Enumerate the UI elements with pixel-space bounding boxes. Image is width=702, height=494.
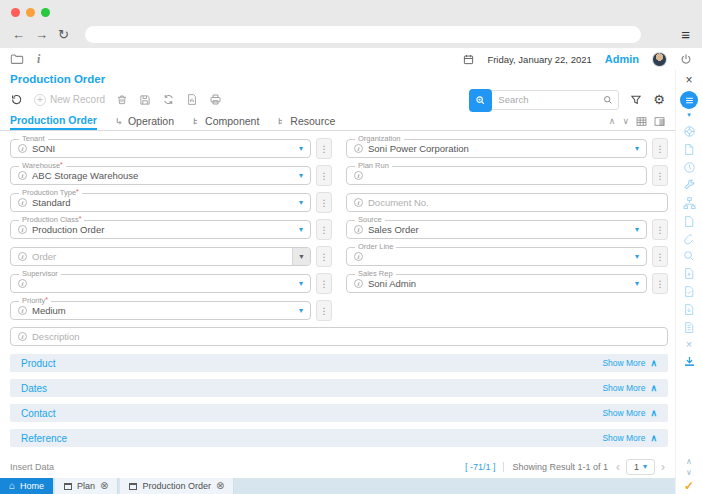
chevron-down-icon[interactable]: ▾ (299, 145, 303, 153)
filter-icon[interactable] (630, 94, 642, 106)
order-line-field[interactable]: Order Line i ▾ (346, 247, 647, 266)
sales-rep-field[interactable]: Sales Rep i Soni Admin ▾ (346, 274, 647, 293)
document-icon[interactable] (683, 143, 695, 156)
search-input[interactable] (498, 94, 603, 105)
new-record-button[interactable]: + New Record (34, 94, 105, 106)
chevron-down-icon[interactable]: ▾ (299, 226, 303, 234)
supervisor-field[interactable]: Supervisor i ▾ (10, 274, 311, 293)
chevron-down-icon[interactable]: ▾ (635, 253, 639, 261)
avatar[interactable] (652, 52, 667, 67)
toolbar-menu-button[interactable] (680, 91, 698, 109)
order-dropdown-button[interactable]: ▼ (292, 248, 310, 265)
sales-rep-more-button[interactable]: ⋮ (652, 273, 668, 294)
browser-menu-icon[interactable]: ≡ (681, 26, 690, 43)
help-icon[interactable] (683, 125, 696, 138)
organization-more-button[interactable]: ⋮ (652, 138, 668, 159)
maximize-window-button[interactable] (41, 8, 50, 17)
section-contact[interactable]: Contact Show More ∧ (10, 404, 668, 422)
production-class-more-button[interactable]: ⋮ (316, 219, 332, 240)
show-more-link[interactable]: Show More ∧ (602, 433, 657, 443)
close-icon[interactable]: × (685, 74, 692, 86)
order-more-button[interactable]: ⋮ (316, 246, 332, 267)
plan-run-field[interactable]: Plan Run i (346, 166, 647, 185)
history-icon[interactable] (683, 161, 696, 174)
search-submit-icon[interactable] (603, 95, 613, 105)
warehouse-field[interactable]: Warehouse* i ABC Storage Warehouse ▾ (10, 166, 311, 185)
gear-icon[interactable]: ⚙ (653, 93, 665, 106)
prev-page-icon[interactable]: ‹ (616, 461, 620, 473)
close-tab-icon[interactable]: ⊗ (100, 481, 108, 491)
split-view-icon[interactable] (654, 116, 665, 127)
close-tab-icon[interactable]: ⊗ (216, 481, 224, 491)
close-panel-icon[interactable]: × (686, 339, 692, 350)
grid-view-icon[interactable] (636, 116, 647, 127)
expand-icon[interactable]: ∨ (622, 117, 629, 126)
search-icon[interactable] (469, 89, 492, 112)
user-menu[interactable]: Admin (605, 53, 639, 65)
file-copy-icon[interactable] (683, 321, 695, 334)
file-check-icon[interactable] (683, 285, 695, 298)
description-field[interactable]: i Description (10, 327, 668, 346)
collapse-icon[interactable]: ∧ (609, 117, 616, 126)
production-type-field[interactable]: Production Type* i Standard ▾ (10, 193, 311, 212)
chevron-down-icon[interactable]: ▾ (635, 145, 639, 153)
plan-run-more-button[interactable]: ⋮ (652, 165, 668, 186)
order-line-more-button[interactable]: ⋮ (652, 246, 668, 267)
scroll-down-icon[interactable]: ∨ (686, 469, 692, 477)
tenant-more-button[interactable]: ⋮ (316, 138, 332, 159)
supervisor-more-button[interactable]: ⋮ (316, 273, 332, 294)
chevron-down-icon[interactable]: ▾ (299, 307, 303, 315)
chevron-down-icon[interactable]: ▾ (635, 226, 639, 234)
back-icon[interactable]: ← (12, 28, 25, 41)
scroll-up-icon[interactable]: ∧ (686, 458, 692, 466)
priority-field[interactable]: Priority* i Medium ▾ (10, 301, 311, 320)
print-icon[interactable] (209, 93, 222, 106)
minimize-window-button[interactable] (26, 8, 35, 17)
document-no-field[interactable]: i Document No. (346, 193, 668, 212)
tab-resource[interactable]: Resource (277, 112, 335, 130)
show-more-link[interactable]: Show More ∧ (602, 358, 657, 368)
report-icon[interactable] (186, 93, 198, 106)
taskbar-tab-home[interactable]: ⌂ Home (0, 478, 53, 494)
reload-icon[interactable]: ↻ (58, 28, 69, 41)
info-icon[interactable]: i (37, 52, 40, 67)
chevron-down-icon[interactable]: ▾ (299, 172, 303, 180)
warehouse-more-button[interactable]: ⋮ (316, 165, 332, 186)
file-icon[interactable] (683, 215, 695, 228)
show-more-link[interactable]: Show More ∧ (602, 383, 657, 393)
delete-record-icon[interactable] (116, 93, 128, 106)
save-icon[interactable] (139, 94, 151, 106)
workflow-icon[interactable] (683, 197, 696, 210)
production-class-field[interactable]: Production Class* i Production Order ▾ (10, 220, 311, 239)
tab-component[interactable]: Component (192, 112, 259, 130)
production-type-more-button[interactable]: ⋮ (316, 192, 332, 213)
tenant-field[interactable]: Tenant i SONI ▾ (10, 139, 311, 158)
refresh-icon[interactable] (162, 93, 175, 106)
show-more-link[interactable]: Show More ∧ (602, 408, 657, 418)
tab-operation[interactable]: Operation (115, 112, 174, 130)
confirm-icon[interactable]: ✓ (684, 480, 694, 492)
organization-field[interactable]: Organization i Soni Power Corporation ▾ (346, 139, 647, 158)
next-page-icon[interactable]: › (661, 461, 665, 473)
chevron-down-icon[interactable]: ▾ (299, 199, 303, 207)
undo-icon[interactable] (10, 93, 23, 106)
file-add-icon[interactable] (683, 267, 695, 280)
source-field[interactable]: Source i Sales Order ▾ (346, 220, 647, 239)
taskbar-tab-plan[interactable]: Plan ⊗ (55, 478, 118, 494)
taskbar-tab-production-order[interactable]: Production Order ⊗ (120, 478, 234, 494)
section-dates[interactable]: Dates Show More ∧ (10, 379, 668, 397)
customize-icon[interactable] (683, 179, 696, 192)
file-export-icon[interactable] (683, 303, 695, 316)
logout-icon[interactable] (680, 53, 692, 65)
chevron-down-icon[interactable]: ▾ (299, 280, 303, 288)
section-reference[interactable]: Reference Show More ∧ (10, 429, 668, 447)
section-product[interactable]: Product Show More ∧ (10, 354, 668, 372)
tab-production-order[interactable]: Production Order (10, 112, 97, 130)
forward-icon[interactable]: → (35, 28, 48, 41)
source-more-button[interactable]: ⋮ (652, 219, 668, 240)
record-info-icon[interactable] (683, 250, 695, 262)
attachment-icon[interactable] (683, 233, 695, 245)
page-select[interactable]: 1 ▾ (626, 459, 655, 475)
close-window-button[interactable] (11, 8, 20, 17)
download-icon[interactable] (683, 355, 696, 368)
